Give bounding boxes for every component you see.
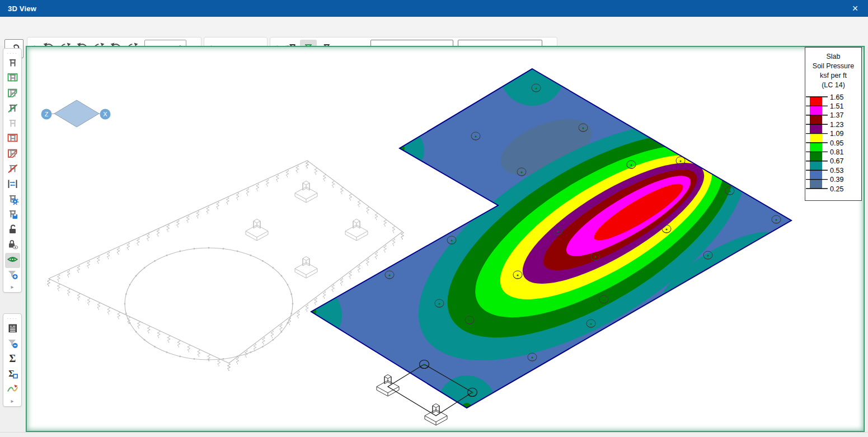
- soil-spring-icon: [117, 247, 120, 255]
- legend-swatch: [810, 143, 822, 152]
- panel-drag-handle[interactable]: ····: [7, 315, 18, 322]
- 3d-viewport[interactable]: Z X: [26, 46, 864, 431]
- soil-spring-icon: [226, 197, 229, 205]
- panel-drag-handle[interactable]: ····: [7, 50, 18, 57]
- axis-z-label: Z: [45, 111, 49, 118]
- filter-download-button[interactable]: [5, 268, 20, 283]
- unlock-icon: [7, 223, 18, 237]
- plates-ghost-button[interactable]: [5, 117, 20, 132]
- soil-spring-icon: [375, 251, 378, 259]
- soil-spring-icon: [276, 174, 279, 182]
- plates-ghost-icon: [7, 118, 18, 131]
- window-titlebar[interactable]: 3D View ×: [0, 0, 868, 17]
- unlock-button[interactable]: [5, 223, 20, 238]
- legend-value: 0.53: [830, 167, 843, 175]
- soil-spring-icon: [286, 170, 289, 177]
- plates-delete-red-icon: [7, 163, 18, 177]
- detail-report-icon: [7, 322, 18, 336]
- plates-button[interactable]: [5, 57, 20, 72]
- swap-arrows-button[interactable]: [5, 177, 20, 192]
- plates-icon: [7, 57, 18, 71]
- swap-arrows-icon: [7, 178, 18, 192]
- sum-partial-button[interactable]: Σ: [5, 367, 20, 382]
- soil-spring-icon: [280, 324, 283, 332]
- legend-title-line: ksf per ft: [805, 71, 861, 81]
- soil-spring-icon: [67, 270, 70, 278]
- plate-settings-button[interactable]: [5, 192, 20, 208]
- plates-partial-green-button[interactable]: [5, 87, 20, 102]
- soil-spring-icon: [349, 271, 352, 279]
- legend-title-line: Slab: [805, 52, 861, 62]
- eye-button[interactable]: [5, 253, 20, 268]
- legend-swatch: [810, 134, 822, 143]
- corner-pressure-patch: [280, 284, 342, 346]
- soil-spring-icon: [384, 245, 387, 253]
- soil-spring-icon: [118, 312, 120, 319]
- axis-x-label: X: [103, 111, 107, 118]
- soil-spring-icon: [306, 161, 309, 168]
- lock-view-button[interactable]: [5, 238, 20, 253]
- sum-icon: Σ: [7, 353, 18, 366]
- sum-button[interactable]: Σ: [5, 352, 20, 367]
- wireframe-circle-region: [125, 248, 293, 360]
- plates-partial-red-button[interactable]: [5, 147, 20, 162]
- footing-icon: [246, 219, 268, 241]
- detail-report-button[interactable]: [5, 322, 20, 337]
- filter-download-icon: [7, 269, 18, 283]
- plates-boxed-green-button[interactable]: [5, 72, 20, 87]
- plate-save-icon: [7, 208, 18, 222]
- plates-draw-green-icon: [7, 102, 18, 116]
- plates-delete-red-button[interactable]: [5, 162, 20, 177]
- legend-swatch: [810, 170, 822, 179]
- footing-icon: [295, 257, 317, 279]
- soil-spring-icon: [127, 242, 130, 250]
- legend-swatch: [810, 97, 822, 106]
- soil-spring-icon: [367, 258, 369, 266]
- soil-spring-icon: [296, 165, 299, 173]
- plates-partial-red-icon: [7, 148, 18, 162]
- legend-title: SlabSoil Pressureksf per ft(LC 14): [805, 52, 861, 90]
- soil-spring-icon: [177, 340, 180, 347]
- plates-boxed-red-button[interactable]: [5, 132, 20, 147]
- soil-spring-icon: [138, 321, 140, 329]
- expand-more-button[interactable]: ▸: [11, 397, 13, 406]
- legend-color-scale: 1.651.511.371.231.090.950.810.670.530.39…: [805, 93, 861, 196]
- legend-swatch: [810, 115, 822, 124]
- soil-spring-icon: [228, 363, 231, 371]
- soil-spring-icon: [198, 349, 200, 357]
- legend-value: 1.09: [830, 130, 843, 138]
- soil-spring-icon: [332, 180, 335, 188]
- legend-title-line: (LC 14): [805, 81, 861, 90]
- legend-swatch: [810, 106, 822, 115]
- plates-boxed-red-icon: [7, 133, 18, 147]
- legend-value: 1.51: [830, 102, 843, 110]
- sidebar-group-1: ····: [3, 48, 22, 293]
- soil-spring-icon: [137, 238, 139, 246]
- soil-spring-icon: [358, 199, 360, 207]
- plate-save-button[interactable]: [5, 208, 20, 223]
- result-diagram-button[interactable]: [5, 382, 20, 397]
- close-icon[interactable]: ×: [846, 0, 865, 17]
- eye-icon: [7, 253, 18, 267]
- legend-swatch: [810, 152, 822, 161]
- expand-more-button[interactable]: ▸: [11, 283, 13, 292]
- soil-pressure-contour-slab[interactable]: [280, 46, 791, 431]
- soil-spring-icon: [97, 302, 100, 310]
- soil-spring-icon: [297, 311, 300, 318]
- soil-spring-icon: [147, 233, 149, 241]
- soil-spring-icon: [340, 186, 343, 194]
- filter-list-button[interactable]: [5, 337, 20, 352]
- soil-spring-icon: [107, 307, 110, 314]
- plates-draw-green-button[interactable]: [5, 102, 20, 117]
- 3d-view-canvas[interactable]: Z X: [26, 46, 865, 432]
- footing-icon: [377, 375, 399, 397]
- corner-pressure-patch: [375, 126, 424, 175]
- sidebar-group-2: ···· Σ Σ ▸: [3, 313, 22, 407]
- lock-view-icon: [7, 238, 18, 252]
- soil-spring-icon: [349, 193, 352, 201]
- soil-spring-icon: [332, 284, 335, 292]
- footing-icon: [345, 219, 368, 241]
- wireframe-slab[interactable]: [48, 161, 404, 371]
- soil-spring-icon: [358, 265, 360, 272]
- result-diagram-icon: [7, 383, 18, 397]
